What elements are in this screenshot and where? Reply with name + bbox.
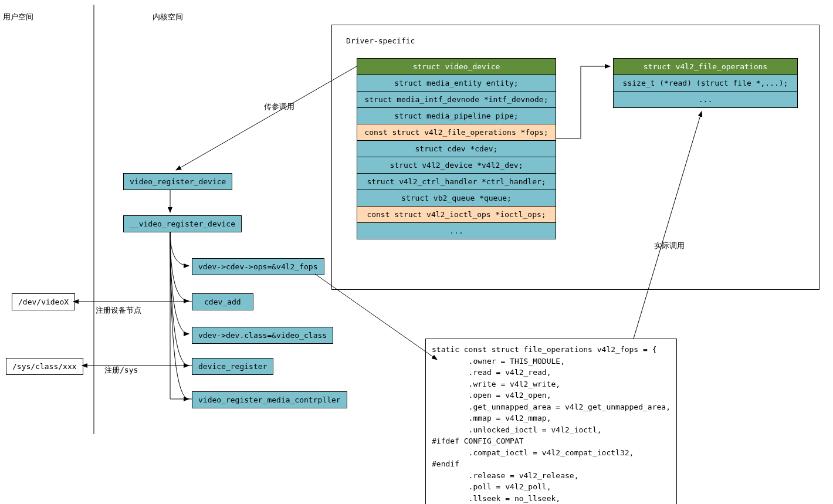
code-v4l2-fops: static const struct file_operations v4l2… bbox=[425, 339, 677, 504]
svg-line-2 bbox=[176, 66, 357, 170]
video-device-row: struct media_pipeline pipe; bbox=[357, 107, 556, 124]
node-cdev-add: cdev_add bbox=[192, 293, 253, 310]
label-kernel-space: 内核空间 bbox=[153, 12, 183, 22]
box-sys-class: /sys/class/xxx bbox=[6, 358, 83, 375]
node-media-controller: video_register_media_contrpller bbox=[192, 391, 347, 408]
file-ops-row: ... bbox=[613, 91, 798, 108]
label-register-node: 注册设备节点 bbox=[96, 305, 141, 316]
video-device-row: ... bbox=[357, 222, 556, 239]
struct-file-operations: struct v4l2_file_operations ssize_t (*re… bbox=[613, 59, 798, 108]
video-device-header: struct video_device bbox=[357, 58, 556, 75]
struct-video-device: struct video_device struct media_entity … bbox=[357, 59, 556, 239]
node-device-register: device_register bbox=[192, 358, 273, 375]
node-__video-register-device: __video_register_device bbox=[123, 215, 242, 232]
box-dev-video: /dev/videoX bbox=[12, 293, 75, 310]
video-device-row-fops: const struct v4l2_file_operations *fops; bbox=[357, 124, 556, 141]
label-pass-param: 传参调用 bbox=[264, 102, 294, 112]
video-device-row: struct v4l2_device *v4l2_dev; bbox=[357, 157, 556, 174]
label-register-sys: 注册/sys bbox=[104, 365, 138, 376]
label-driver-specific: Driver-specific bbox=[346, 36, 415, 45]
video-device-row: struct vb2_queue *queue; bbox=[357, 190, 556, 207]
node-ops-assign: vdev->cdev->ops=&v4l2_fops bbox=[192, 258, 324, 275]
node-video-register-device: video_register_device bbox=[123, 173, 232, 190]
video-device-row: struct v4l2_ctrl_handler *ctrl_handler; bbox=[357, 173, 556, 190]
label-user-space: 用户空间 bbox=[3, 12, 33, 22]
video-device-row: struct media_entity entity; bbox=[357, 75, 556, 92]
node-class-assign: vdev->dev.class=&video_class bbox=[192, 327, 333, 344]
diagram-canvas: 用户空间 内核空间 /dev/videoX /sys/class/xxx 注册设… bbox=[0, 0, 833, 504]
file-ops-row: ssize_t (*read) (struct file *,...); bbox=[613, 75, 798, 92]
label-actual-call: 实际调用 bbox=[654, 241, 685, 251]
file-ops-header: struct v4l2_file_operations bbox=[613, 58, 798, 75]
video-device-row-ioctl: const struct v4l2_ioctl_ops *ioctl_ops; bbox=[357, 206, 556, 223]
video-device-row: struct media_intf_devnode *intf_devnode; bbox=[357, 91, 556, 108]
video-device-row: struct cdev *cdev; bbox=[357, 140, 556, 157]
